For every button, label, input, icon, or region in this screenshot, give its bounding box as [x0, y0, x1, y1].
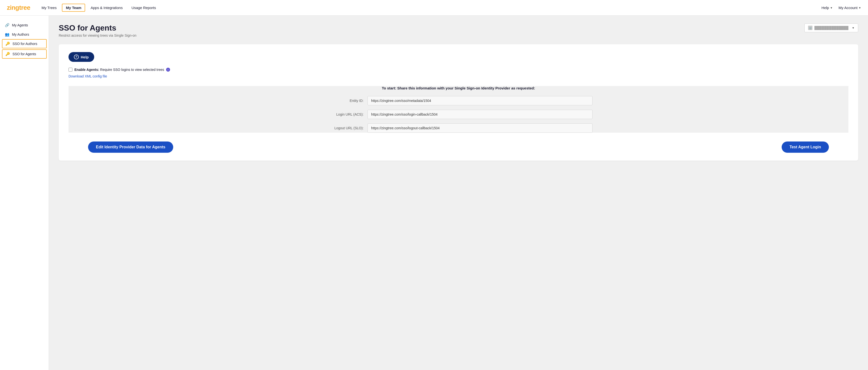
- account-menu[interactable]: My Account ▼: [839, 6, 861, 10]
- login-url-input[interactable]: [368, 110, 592, 119]
- logout-url-label: Logout URL (SLO):: [324, 126, 364, 130]
- edit-idp-button[interactable]: Edit Identity Provider Data for Agents: [88, 141, 173, 153]
- help-button-label: Help: [81, 55, 89, 59]
- nav-right: Help ▼ My Account ▼: [822, 6, 861, 10]
- help-button[interactable]: ? Help: [68, 52, 94, 62]
- sidebar-item-sso-for-agents[interactable]: 🔑 SSO for Agents: [2, 49, 47, 59]
- content-card: ? Help Enable Agents: Require SSO logins…: [59, 44, 858, 161]
- share-section: To start: Share this information with yo…: [68, 86, 848, 133]
- sidebar-label-my-authors: My Authors: [12, 33, 29, 36]
- sidebar-item-my-authors[interactable]: 👥 My Authors: [0, 30, 49, 39]
- sidebar-item-sso-for-authors[interactable]: 🔑 SSO for Authors: [2, 39, 47, 48]
- entity-id-label: Entity ID:: [324, 99, 364, 103]
- page-header: SSO for Agents Restrict access for viewi…: [59, 24, 858, 37]
- layout: 🔗 My Agents 👥 My Authors 🔑 SSO for Autho…: [0, 15, 868, 370]
- account-chevron-icon: ▼: [859, 6, 861, 9]
- entity-id-row: Entity ID:: [88, 96, 829, 105]
- org-icon: 🏢: [808, 26, 812, 30]
- nav-my-trees[interactable]: My Trees: [38, 4, 60, 11]
- enable-agents-bold: Enable Agents:: [74, 68, 99, 72]
- sidebar-label-sso-authors: SSO for Authors: [12, 42, 37, 46]
- entity-id-input[interactable]: [368, 96, 592, 105]
- org-selector-chevron-icon: ▼: [852, 26, 855, 29]
- logo-text: zingtree: [7, 4, 30, 11]
- sidebar-label-sso-agents: SSO for Agents: [12, 52, 36, 56]
- sso-authors-icon: 🔑: [5, 41, 10, 46]
- logout-url-input[interactable]: [368, 124, 592, 133]
- nav-apps-integrations[interactable]: Apps & Integrations: [87, 4, 126, 11]
- logo[interactable]: zingtree: [7, 4, 30, 11]
- page-title: SSO for Agents: [59, 24, 136, 33]
- logout-url-row: Logout URL (SLO):: [88, 124, 829, 133]
- nav-usage-reports[interactable]: Usage Reports: [128, 4, 159, 11]
- enable-agents-label: Enable Agents: Require SSO logins to vie…: [74, 68, 164, 72]
- login-url-label: Login URL (ACS):: [324, 112, 364, 116]
- authors-icon: 👥: [5, 32, 9, 37]
- help-menu[interactable]: Help ▼: [822, 6, 833, 10]
- help-label: Help: [822, 6, 829, 10]
- page-title-area: SSO for Agents Restrict access for viewi…: [59, 24, 136, 37]
- main-content: SSO for Agents Restrict access for viewi…: [49, 15, 868, 370]
- enable-agents-rest: Require SSO logins to view selected tree…: [100, 68, 164, 72]
- account-label: My Account: [839, 6, 858, 10]
- org-selector[interactable]: 🏢 ██████████████ ▼: [804, 24, 858, 32]
- download-xml-link[interactable]: Download XML config file: [68, 74, 107, 78]
- topnav: zingtree My Trees My Team Apps & Integra…: [0, 0, 868, 15]
- help-circle-icon: ?: [74, 55, 79, 59]
- agents-icon: 🔗: [5, 23, 9, 27]
- info-icon[interactable]: i: [166, 68, 170, 72]
- enable-agents-row: Enable Agents: Require SSO logins to vie…: [68, 68, 848, 72]
- sidebar-label-my-agents: My Agents: [12, 23, 28, 27]
- nav-links: My Trees My Team Apps & Integrations Usa…: [38, 4, 822, 12]
- login-url-row: Login URL (ACS):: [88, 110, 829, 119]
- nav-my-team[interactable]: My Team: [62, 4, 85, 12]
- help-chevron-icon: ▼: [830, 6, 833, 9]
- share-title: To start: Share this information with yo…: [88, 86, 829, 90]
- page-subtitle: Restrict access for viewing trees via Si…: [59, 33, 136, 37]
- sidebar: 🔗 My Agents 👥 My Authors 🔑 SSO for Autho…: [0, 15, 49, 370]
- action-buttons: Edit Identity Provider Data for Agents T…: [68, 141, 848, 153]
- sso-agents-icon: 🔑: [5, 52, 10, 56]
- test-agent-login-button[interactable]: Test Agent Login: [782, 141, 829, 153]
- enable-agents-checkbox[interactable]: [68, 68, 72, 72]
- org-name: ██████████████: [814, 26, 850, 30]
- sidebar-item-my-agents[interactable]: 🔗 My Agents: [0, 21, 49, 30]
